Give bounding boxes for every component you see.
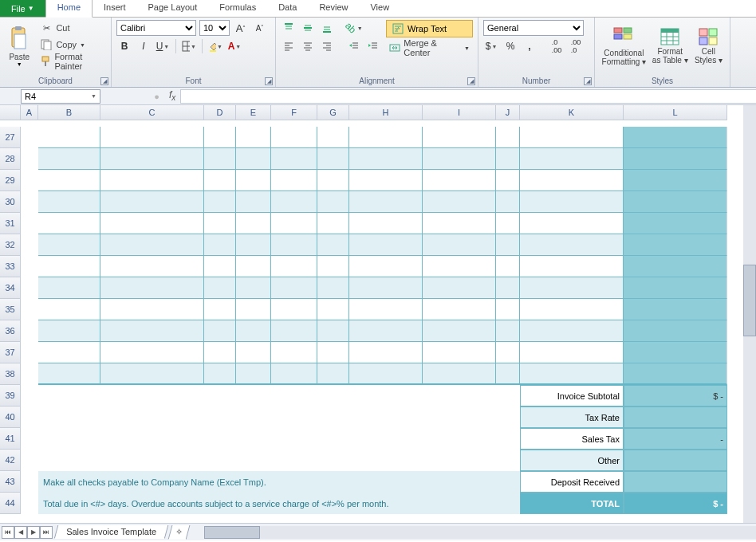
cell-H31[interactable] <box>349 213 423 234</box>
cell-F30[interactable] <box>271 191 317 213</box>
cut-button[interactable]: ✂Cut <box>37 20 106 36</box>
sheet-nav-first[interactable]: ⏮ <box>2 526 14 539</box>
cell-K33[interactable] <box>520 256 624 277</box>
row-header-34[interactable]: 34 <box>0 277 21 299</box>
cell-F38[interactable] <box>271 363 317 385</box>
cell-G40[interactable] <box>317 406 349 428</box>
cell-H42[interactable] <box>349 450 423 471</box>
cell-H41[interactable] <box>349 428 423 450</box>
cell-J28[interactable] <box>496 148 520 170</box>
cell-F29[interactable] <box>271 170 317 191</box>
cell-A40[interactable] <box>21 406 38 428</box>
font-size-select[interactable]: 10 <box>199 20 230 36</box>
cell-C35[interactable] <box>100 299 204 320</box>
cell-L41[interactable]: - <box>624 428 727 450</box>
cell-L40[interactable] <box>624 406 727 428</box>
row-header-36[interactable]: 36 <box>0 320 21 342</box>
cell-E27[interactable] <box>236 127 271 148</box>
cell-K32[interactable] <box>520 234 624 256</box>
cell-L38[interactable] <box>624 363 727 385</box>
cell-H36[interactable] <box>349 320 423 342</box>
sheet-tab-active[interactable]: Sales Invoice Template <box>54 525 168 539</box>
cell-C33[interactable] <box>100 256 204 277</box>
cell-E30[interactable] <box>236 191 271 213</box>
new-sheet-button[interactable]: ✧ <box>168 525 191 540</box>
cell-B35[interactable] <box>38 299 100 320</box>
cell-H35[interactable] <box>349 299 423 320</box>
row-header-33[interactable]: 33 <box>0 256 21 277</box>
format-as-table-button[interactable]: Formatas Table ▾ <box>652 20 689 73</box>
cell-D32[interactable] <box>204 234 236 256</box>
increase-indent-button[interactable] <box>365 38 381 54</box>
cell-F36[interactable] <box>271 320 317 342</box>
cell-B32[interactable] <box>38 234 100 256</box>
cell-I30[interactable] <box>423 191 496 213</box>
cell-E34[interactable] <box>236 277 271 299</box>
cell-C40[interactable] <box>100 406 204 428</box>
cell-K43[interactable]: Deposit Received <box>520 471 624 493</box>
cell-K40[interactable]: Tax Rate <box>520 406 624 428</box>
tab-view[interactable]: View <box>359 0 400 17</box>
cell-G38[interactable] <box>317 363 349 385</box>
cell-C37[interactable] <box>100 342 204 363</box>
row-header-32[interactable]: 32 <box>0 234 21 256</box>
cell-G29[interactable] <box>317 170 349 191</box>
cell-E39[interactable] <box>236 385 271 406</box>
cell-F41[interactable] <box>271 428 317 450</box>
cell-G35[interactable] <box>317 299 349 320</box>
tab-file[interactable]: File▼ <box>0 0 45 17</box>
cell-A43[interactable] <box>21 471 38 493</box>
cell-A28[interactable] <box>21 148 38 170</box>
cell-G41[interactable] <box>317 428 349 450</box>
cell-E40[interactable] <box>236 406 271 428</box>
cell-K30[interactable] <box>520 191 624 213</box>
cell-E29[interactable] <box>236 170 271 191</box>
cell-I42[interactable] <box>423 450 496 471</box>
cell-L33[interactable] <box>624 256 727 277</box>
cell-L35[interactable] <box>624 299 727 320</box>
row-header-28[interactable]: 28 <box>0 148 21 170</box>
cell-A33[interactable] <box>21 256 38 277</box>
cell-G36[interactable] <box>317 320 349 342</box>
column-header-D[interactable]: D <box>204 105 236 120</box>
column-header-I[interactable]: I <box>423 105 496 120</box>
cell-E35[interactable] <box>236 299 271 320</box>
align-left-button[interactable] <box>281 38 297 54</box>
cell-B34[interactable] <box>38 277 100 299</box>
cell-G28[interactable] <box>317 148 349 170</box>
fx-icon[interactable]: fx <box>169 89 175 102</box>
cell-L42[interactable] <box>624 450 727 471</box>
cell-G42[interactable] <box>317 450 349 471</box>
row-header-43[interactable]: 43 <box>0 471 21 493</box>
cell-F31[interactable] <box>271 213 317 234</box>
cell-B30[interactable] <box>38 191 100 213</box>
merge-center-button[interactable]: Merge & Center▼ <box>386 40 473 56</box>
align-bottom-button[interactable] <box>319 20 335 36</box>
increase-decimal-button[interactable]: .0.00 <box>549 38 565 54</box>
cell-J31[interactable] <box>496 213 520 234</box>
cell-F40[interactable] <box>271 406 317 428</box>
cell-B39[interactable] <box>38 385 100 406</box>
cell-J33[interactable] <box>496 256 520 277</box>
column-header-A[interactable]: A <box>21 105 38 120</box>
cell-A27[interactable] <box>21 127 38 148</box>
column-header-F[interactable]: F <box>271 105 317 120</box>
orientation-button[interactable]: ab▼ <box>346 20 362 36</box>
cell-F42[interactable] <box>271 450 317 471</box>
row-header-39[interactable]: 39 <box>0 385 21 406</box>
bold-button[interactable]: B <box>116 38 132 54</box>
cell-C39[interactable] <box>100 385 204 406</box>
cell-E31[interactable] <box>236 213 271 234</box>
cell-H30[interactable] <box>349 191 423 213</box>
cell-D38[interactable] <box>204 363 236 385</box>
cell-J38[interactable] <box>496 363 520 385</box>
cell-J29[interactable] <box>496 170 520 191</box>
cell-B36[interactable] <box>38 320 100 342</box>
cell-I32[interactable] <box>423 234 496 256</box>
cell-B28[interactable] <box>38 148 100 170</box>
row-header-37[interactable]: 37 <box>0 342 21 363</box>
cell-J32[interactable] <box>496 234 520 256</box>
cell-B41[interactable] <box>38 428 100 450</box>
cell-C41[interactable] <box>100 428 204 450</box>
cell-G39[interactable] <box>317 385 349 406</box>
